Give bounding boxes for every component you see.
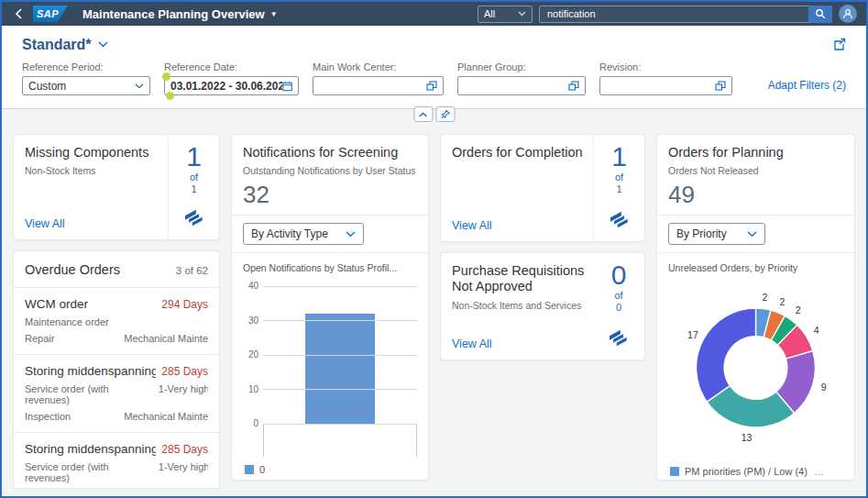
- chart-title: Unreleased Orders, by Priority: [668, 262, 843, 273]
- card-title: Orders for Planning: [668, 145, 843, 160]
- donut-chart-area: Unreleased Orders, by Priority 222491317…: [657, 253, 854, 480]
- kpi-total: 1: [191, 183, 196, 196]
- app-title: Maintenance Planning Overview: [82, 7, 265, 21]
- search-button[interactable]: [808, 6, 832, 23]
- sap-logo: SAP: [33, 6, 68, 22]
- donut-label: 9: [821, 382, 827, 393]
- chevron-down-icon: [98, 41, 108, 48]
- donut-label: 2: [763, 292, 768, 303]
- value-help-icon: [568, 81, 579, 91]
- stacked-layers-icon: [610, 210, 630, 232]
- global-search-field[interactable]: notification: [539, 6, 832, 23]
- stacked-layers-icon: [609, 328, 629, 350]
- chevron-down-icon: [747, 231, 757, 238]
- filter-main-work-center: Main Work Center:: [313, 61, 444, 95]
- card-title: Purchase Requisitions Not Approved: [452, 263, 589, 295]
- filter-panel: Standard* Reference Period: Custom Refer…: [2, 26, 866, 109]
- gridline: [263, 424, 417, 425]
- donut-chart: 222491317: [668, 277, 843, 459]
- share-button[interactable]: [832, 38, 846, 51]
- pin-filter-button[interactable]: [435, 106, 455, 122]
- card-missing-components[interactable]: Missing Components Non-Stock Items View …: [13, 134, 220, 240]
- overdue-days: 285 Days: [161, 443, 208, 456]
- y-tick-label: 20: [248, 349, 258, 360]
- filter-planner-group: Planner Group:: [457, 61, 586, 95]
- app-title-menu[interactable]: Maintenance Planning Overview ▼: [82, 7, 278, 21]
- card-title: Notifications for Screening: [243, 145, 417, 160]
- donut-segment[interactable]: [697, 308, 756, 402]
- share-icon: [832, 38, 846, 51]
- legend-overflow: ...: [815, 466, 823, 477]
- chart-title: Open Notifications by Status Profil...: [243, 262, 417, 273]
- list-item[interactable]: Storing middenspannings... 285 Days Serv…: [14, 354, 219, 432]
- order-activity: Inspection: [25, 411, 71, 422]
- card-overdue-orders[interactable]: Overdue Orders 3 of 62 WCM order 294 Day…: [13, 250, 220, 489]
- view-all-link[interactable]: View All: [452, 338, 492, 350]
- card-orders-for-completion[interactable]: Orders for Completion View All 1 of 1: [440, 134, 645, 242]
- reference-date-input[interactable]: 03.01.2022 - 30.06.2022: [164, 76, 299, 95]
- bar-chart: Open Notifications by Status Profil... 0…: [232, 253, 428, 480]
- order-work-center: Mechanical Mainte: [124, 333, 208, 344]
- collapse-filter-button[interactable]: [413, 106, 433, 122]
- adapt-filters-link[interactable]: Adapt Filters (2): [768, 79, 846, 92]
- bar-chart-xaxis: [263, 424, 417, 457]
- view-all-link[interactable]: View All: [452, 219, 492, 232]
- list-item[interactable]: WCM order 294 Days Maintenance order Rep…: [14, 287, 219, 354]
- list-item[interactable]: Storing middenspannings... 285 Days Serv…: [14, 432, 219, 489]
- card-title: Overdue Orders: [25, 262, 120, 278]
- search-input-value: notification: [540, 8, 808, 19]
- planner-group-input[interactable]: [457, 76, 586, 95]
- list-count: 3 of 62: [176, 265, 208, 276]
- filter-label: Main Work Center:: [313, 61, 444, 72]
- chevron-down-icon: [135, 83, 144, 89]
- card-purchase-requisitions[interactable]: Purchase Requisitions Not Approved Non-S…: [440, 252, 645, 360]
- kpi-value: 32: [243, 183, 417, 206]
- main-work-center-input[interactable]: [313, 76, 444, 95]
- search-icon: [815, 8, 826, 19]
- kpi-of-label: of: [190, 172, 198, 184]
- revision-input[interactable]: [599, 76, 732, 95]
- filter-label: Planner Group:: [457, 61, 586, 72]
- legend-swatch: [670, 467, 679, 476]
- card-notifications-for-screening[interactable]: Notifications for Screening Outstanding …: [231, 134, 429, 481]
- card-orders-for-planning[interactable]: Orders for Planning Orders Not Released …: [656, 134, 855, 481]
- card-subtitle: Non-Stock Items: [25, 165, 164, 176]
- kpi-value: 0: [611, 260, 627, 290]
- overdue-days: 294 Days: [161, 298, 208, 311]
- search-scope-select[interactable]: All: [478, 6, 533, 23]
- back-icon[interactable]: [11, 6, 26, 21]
- date-range-value: 03.01.2022 - 30.06.2022: [170, 80, 282, 93]
- overdue-days: 285 Days: [161, 365, 208, 378]
- order-priority: 1-Very high: [159, 461, 208, 472]
- y-tick-label: 40: [248, 281, 258, 291]
- view-all-link[interactable]: View All: [25, 217, 65, 230]
- order-activity: Repair: [25, 333, 54, 344]
- donut-label: 2: [796, 305, 801, 316]
- filter-reference-period: Reference Period: Custom: [22, 61, 150, 95]
- donut-label: 17: [687, 329, 698, 340]
- legend-label: 0: [259, 464, 265, 475]
- stacked-layers-icon: [184, 208, 204, 230]
- card-subtitle: Orders Not Released: [668, 165, 843, 176]
- kpi-of-label: of: [614, 290, 622, 303]
- donut-label: 13: [742, 432, 753, 443]
- kpi-value: 1: [186, 142, 202, 172]
- annotation-dot: [166, 92, 174, 100]
- search-scope-value: All: [484, 8, 495, 19]
- card-title: Missing Components: [25, 145, 164, 160]
- card-subtitle: Non-Stock Items and Services: [452, 300, 593, 311]
- reference-period-select[interactable]: Custom: [22, 76, 150, 95]
- gridline: [263, 286, 417, 287]
- filter-label: Reference Date:: [164, 61, 299, 72]
- kpi-total: 1: [616, 183, 621, 196]
- priority-dropdown[interactable]: By Priority: [668, 223, 765, 245]
- activity-type-dropdown[interactable]: By Activity Type: [243, 223, 364, 245]
- chevron-up-icon: [419, 112, 428, 117]
- variant-selector[interactable]: Standard*: [22, 37, 108, 53]
- user-avatar-button[interactable]: [839, 5, 857, 23]
- gridline: [263, 355, 417, 356]
- legend-label: PM priorities (PM) / Low (4): [685, 466, 808, 477]
- calendar-icon: [282, 81, 292, 92]
- filter-revision: Revision:: [599, 61, 732, 95]
- bar[interactable]: [305, 314, 375, 424]
